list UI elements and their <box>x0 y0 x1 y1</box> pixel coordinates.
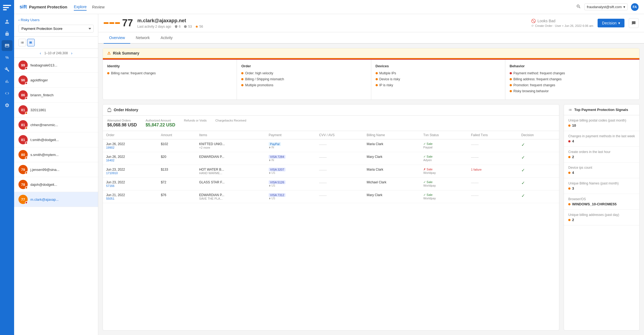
nav-icon-wrench[interactable] <box>2 64 12 75</box>
nav-icon-chart[interactable] <box>2 76 12 87</box>
nav-icon-user[interactable] <box>2 16 12 27</box>
cell-txn-status: ✗ Sale Worldpay <box>420 165 468 178</box>
app-container: sift Payment Protection Explore Review f… <box>14 0 644 335</box>
signal-item: Browser/OS WINDOWS_10-CHROME55 <box>564 194 639 210</box>
grid-view-btn[interactable] <box>27 39 35 46</box>
prev-page-btn[interactable]: ‹ <box>40 51 41 55</box>
user-dropdown[interactable]: fraudanalyst@sift.com ▾ <box>584 4 628 10</box>
cell-cvv: —— <box>316 178 363 190</box>
cell-items: HOT WATER B... HAND WARME... <box>196 165 265 178</box>
status-dot <box>25 67 28 70</box>
score-badge: 81 <box>18 135 28 144</box>
user-name: t.smith@dodgeit... <box>30 138 59 142</box>
search-button[interactable] <box>576 4 581 10</box>
col-decision: Decision <box>518 131 559 139</box>
payment-badge: VISA 5126 <box>269 180 285 184</box>
signal-title: Unique Billing Names (past month) <box>568 181 635 185</box>
svg-rect-2 <box>3 9 7 10</box>
cell-decision: ✓ <box>518 139 559 152</box>
comment-button[interactable] <box>629 18 639 28</box>
decision-button[interactable]: Decision ▾ <box>598 19 624 27</box>
user-item[interactable]: 78 dajoh@dodgeit... <box>14 177 98 192</box>
risk-text: Billing address: frequent changes <box>513 77 561 81</box>
user-item[interactable]: 99 fwabagnale013... <box>14 58 98 73</box>
nav-icon-payment[interactable] <box>2 40 12 51</box>
user-item[interactable]: 80 s.smith@mytem... <box>14 147 98 162</box>
score-badge: 81 <box>18 105 28 114</box>
cell-payment: VISA 7312 US <box>265 190 316 203</box>
risk-item: Multiple promotions <box>241 83 366 87</box>
list-view-btn[interactable] <box>18 39 26 46</box>
left-panel-header: ‹ Risky Users Payment Protection Score <box>14 14 98 37</box>
user-item[interactable]: 79 j.jensen99@sina... <box>14 162 98 177</box>
top-nav-links: Explore Review <box>74 4 104 11</box>
orders-table: Order Amount Items Payment CVV / AVS Bil… <box>103 131 559 203</box>
risk-dot <box>376 72 378 74</box>
signal-dot <box>568 125 570 127</box>
user-item[interactable]: 81 32011861 <box>14 103 98 117</box>
back-link[interactable]: ‹ Risky Users <box>18 18 94 22</box>
risk-item: Promotion: frequent changes <box>510 83 635 87</box>
risk-text: Multiple IPs <box>379 71 396 75</box>
user-name: 32011861 <box>30 108 46 112</box>
tab-bar: Overview Network Activity <box>98 32 644 44</box>
pagination-bar: ‹ 1–10 of 249,308 › <box>14 49 98 58</box>
nav-review[interactable]: Review <box>92 4 104 10</box>
signal-value: 2 <box>568 155 635 159</box>
score-badge: 79 <box>18 165 28 174</box>
nav-icon-settings[interactable] <box>2 100 12 111</box>
sift-logo[interactable] <box>2 3 12 12</box>
user-header: 77 m.clark@ajaxapp.net Last activity 2 d… <box>98 14 644 32</box>
col-order: Order <box>103 131 158 139</box>
risk-col-title: Order <box>241 64 366 68</box>
tab-overview[interactable]: Overview <box>104 32 130 44</box>
user-name: s.smith@mytem... <box>30 153 59 157</box>
cell-amount: $102 <box>158 139 196 152</box>
user-item[interactable]: 96 agoldfinger <box>14 73 98 88</box>
signals-header: Top Payment Protection Signals <box>564 104 639 115</box>
risk-dot <box>376 78 378 80</box>
nav-icon-lock[interactable] <box>2 28 12 39</box>
user-name: j.jensen99@sina... <box>30 168 59 172</box>
stat-chargebacks: Chargebacks Received <box>215 119 246 127</box>
nav-explore[interactable]: Explore <box>74 4 87 11</box>
risk-item: Billing address: frequent changes <box>510 77 635 81</box>
cell-billing-name: Maria Clark <box>363 165 420 178</box>
signals-list: Unique billing postal codes (past month)… <box>564 115 639 225</box>
app-title: Payment Protection <box>29 5 67 9</box>
risk-col-title: Devices <box>376 64 501 68</box>
risk-dot <box>510 84 512 86</box>
risk-col-title: Identity <box>107 64 232 68</box>
main-layout: ‹ Risky Users Payment Protection Score <box>14 14 644 335</box>
sift-brand: sift <box>20 4 27 10</box>
risk-item: Billing name: frequent changes <box>107 71 232 75</box>
table-row: Jun 26, 2022 19902 $102 KNITTED UNIO... … <box>103 139 559 152</box>
score-select[interactable]: Payment Protection Score <box>18 25 94 33</box>
app-logo: sift Payment Protection <box>20 4 67 10</box>
cell-failed-txns: —— <box>468 190 518 203</box>
user-info: m.clark@ajaxapp.net Last activity 2 days… <box>137 18 527 28</box>
payment-badge: VISA 7312 <box>269 193 285 197</box>
stat-refunds: Refunds or Voids <box>184 119 207 127</box>
tab-activity[interactable]: Activity <box>155 32 178 44</box>
user-item[interactable]: 86 brianm_fintech <box>14 88 98 103</box>
signals-title: Top Payment Protection Signals <box>574 108 628 112</box>
score-badge: 81 <box>18 120 28 129</box>
nav-icon-percent[interactable]: % <box>2 52 12 63</box>
user-name: agoldfinger <box>30 78 48 82</box>
user-avatar[interactable]: FA <box>631 3 639 11</box>
nav-icon-code[interactable] <box>2 88 12 99</box>
cell-txn-status: ✓ Sale Adyen <box>420 152 468 165</box>
payment-badge: VISA 7284 <box>269 155 285 159</box>
tab-network[interactable]: Network <box>130 32 155 44</box>
user-item[interactable]: 77 m.clark@ajaxap... <box>14 192 98 207</box>
signal-item: Device ips count 4 <box>564 162 639 178</box>
next-page-btn[interactable]: › <box>71 51 72 55</box>
risk-item: Payment method: frequent changes <box>510 71 635 75</box>
risk-text: Device is risky <box>379 77 400 81</box>
user-item[interactable]: 81 t.smith@dodgeit... <box>14 132 98 147</box>
user-meta: Last activity 2 days ago 6 53 56 <box>137 25 527 28</box>
cell-amount: $72 <box>158 178 196 190</box>
score-badge: 77 <box>18 195 28 204</box>
user-item[interactable]: 81 chher@nervmic... <box>14 117 98 132</box>
